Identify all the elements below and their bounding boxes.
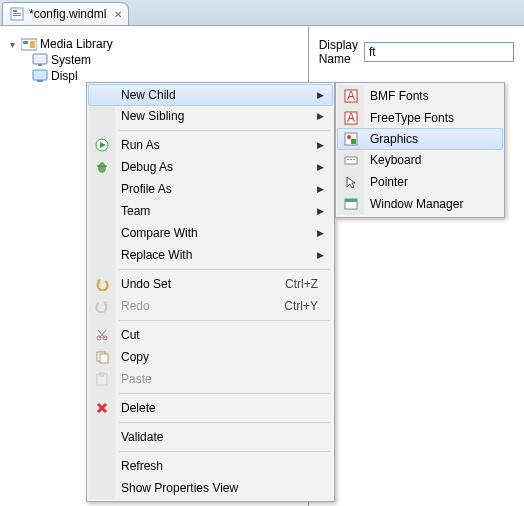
- library-icon: [21, 37, 37, 51]
- menu-debug-as[interactable]: Debug As ▶: [89, 156, 332, 178]
- display-icon: [32, 69, 48, 83]
- scissors-icon: [94, 327, 110, 343]
- svg-point-33: [347, 135, 351, 139]
- menu-separator: [119, 320, 330, 321]
- submenu-keyboard-label: Keyboard: [370, 153, 421, 167]
- menu-team[interactable]: Team ▶: [89, 200, 332, 222]
- menu-new-child[interactable]: New Child ▶: [88, 84, 333, 106]
- editor-tab[interactable]: *config.windml ✕: [2, 2, 129, 25]
- menu-replace-label: Replace With: [121, 248, 192, 262]
- menu-undo-label: Undo Set: [121, 277, 171, 291]
- menu-validate[interactable]: Validate: [89, 426, 332, 448]
- menu-separator: [119, 451, 330, 452]
- svg-rect-1: [13, 10, 17, 12]
- submenu-pointer[interactable]: Pointer: [338, 171, 502, 193]
- menu-replace-with[interactable]: Replace With ▶: [89, 244, 332, 266]
- menu-validate-label: Validate: [121, 430, 163, 444]
- menu-debug-as-label: Debug As: [121, 160, 173, 174]
- svg-rect-36: [347, 159, 349, 160]
- svg-rect-10: [37, 80, 43, 82]
- file-icon: [9, 6, 25, 22]
- submenu-arrow-icon: ▶: [317, 162, 324, 172]
- menu-show-properties[interactable]: Show Properties View: [89, 477, 332, 499]
- menu-separator: [119, 269, 330, 270]
- font-icon: A: [343, 88, 359, 104]
- display-name-row: Display Name: [319, 38, 514, 66]
- redo-icon: [94, 298, 110, 314]
- menu-compare-with[interactable]: Compare With ▶: [89, 222, 332, 244]
- svg-rect-25: [100, 373, 104, 376]
- menu-paste: Paste: [89, 368, 332, 390]
- svg-rect-7: [33, 54, 47, 64]
- menu-cut-label: Cut: [121, 328, 140, 342]
- submenu-arrow-icon: ▶: [317, 184, 324, 194]
- collapse-icon[interactable]: ▾: [8, 39, 18, 50]
- menu-separator: [119, 130, 330, 131]
- tree-item-system[interactable]: System: [4, 52, 304, 68]
- svg-rect-38: [353, 159, 355, 160]
- pointer-icon: [343, 174, 359, 190]
- menu-copy[interactable]: Copy: [89, 346, 332, 368]
- submenu-bmf-fonts[interactable]: A BMF Fonts: [338, 85, 502, 107]
- tree-display-label-prefix: Displ: [51, 69, 78, 83]
- menu-redo-label: Redo: [121, 299, 150, 313]
- submenu-arrow-icon: ▶: [317, 90, 324, 100]
- submenu-graphics-label: Graphics: [370, 132, 418, 146]
- menu-new-sibling-label: New Sibling: [121, 109, 184, 123]
- svg-rect-41: [345, 199, 357, 202]
- submenu-keyboard[interactable]: Keyboard: [338, 149, 502, 171]
- menu-delete[interactable]: Delete: [89, 397, 332, 419]
- svg-rect-9: [33, 70, 47, 80]
- new-child-submenu: A BMF Fonts A FreeType Fonts Graphics Ke…: [335, 82, 505, 218]
- menu-show-properties-label: Show Properties View: [121, 481, 238, 495]
- tree-system-label: System: [51, 53, 91, 67]
- tab-title: *config.windml: [29, 7, 106, 21]
- menu-cut[interactable]: Cut: [89, 324, 332, 346]
- tree-root-label: Media Library: [40, 37, 113, 51]
- display-name-input[interactable]: [364, 42, 514, 62]
- svg-rect-23: [100, 354, 108, 363]
- svg-text:A: A: [347, 111, 355, 125]
- menu-profile-as-label: Profile As: [121, 182, 172, 196]
- submenu-pointer-label: Pointer: [370, 175, 408, 189]
- menu-run-as-label: Run As: [121, 138, 160, 152]
- menu-redo: Redo Ctrl+Y: [89, 295, 332, 317]
- graphics-icon: [343, 131, 359, 147]
- run-icon: [94, 137, 110, 153]
- menu-new-sibling[interactable]: New Sibling ▶: [89, 105, 332, 127]
- submenu-bmf-label: BMF Fonts: [370, 89, 429, 103]
- menu-refresh[interactable]: Refresh: [89, 455, 332, 477]
- keyboard-icon: [343, 152, 359, 168]
- svg-rect-37: [350, 159, 352, 160]
- submenu-arrow-icon: ▶: [317, 111, 324, 121]
- close-icon[interactable]: ✕: [114, 9, 122, 20]
- submenu-freetype-fonts[interactable]: A FreeType Fonts: [338, 107, 502, 129]
- submenu-wm-label: Window Manager: [370, 197, 463, 211]
- svg-text:A: A: [347, 89, 355, 103]
- menu-new-child-label: New Child: [121, 88, 176, 102]
- svg-rect-34: [351, 139, 356, 144]
- svg-rect-2: [13, 13, 21, 14]
- menu-undo-shortcut: Ctrl+Z: [285, 277, 318, 291]
- svg-marker-39: [347, 177, 355, 188]
- window-icon: [343, 196, 359, 212]
- tree-root[interactable]: ▾ Media Library: [4, 36, 304, 52]
- menu-delete-label: Delete: [121, 401, 156, 415]
- svg-rect-35: [345, 157, 357, 164]
- menu-run-as[interactable]: Run As ▶: [89, 134, 332, 156]
- menu-undo[interactable]: Undo Set Ctrl+Z: [89, 273, 332, 295]
- menu-copy-label: Copy: [121, 350, 149, 364]
- submenu-window-manager[interactable]: Window Manager: [338, 193, 502, 215]
- submenu-arrow-icon: ▶: [317, 250, 324, 260]
- menu-redo-shortcut: Ctrl+Y: [284, 299, 318, 313]
- font-icon: A: [343, 110, 359, 126]
- tab-bar: *config.windml ✕: [0, 0, 524, 26]
- context-menu: New Child ▶ New Sibling ▶ Run As ▶ Debug…: [86, 82, 335, 502]
- display-name-label: Display Name: [319, 38, 358, 66]
- delete-icon: [94, 400, 110, 416]
- svg-line-21: [98, 330, 105, 338]
- menu-profile-as[interactable]: Profile As ▶: [89, 178, 332, 200]
- submenu-graphics[interactable]: Graphics: [337, 128, 503, 150]
- menu-separator: [119, 393, 330, 394]
- menu-paste-label: Paste: [121, 372, 152, 386]
